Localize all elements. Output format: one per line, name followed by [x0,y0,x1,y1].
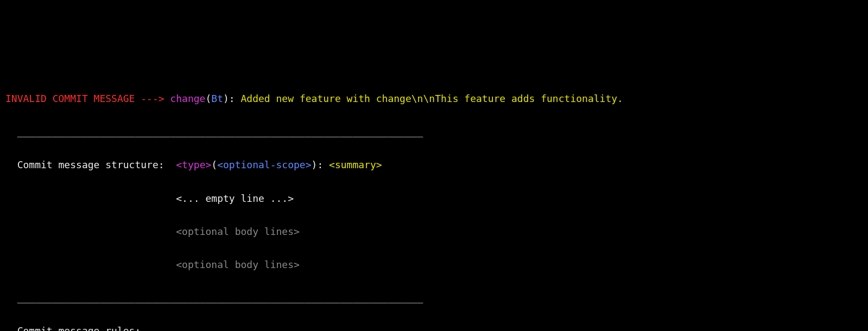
structure-scope: <optional-scope> [217,159,311,170]
structure-summary: <summary> [329,159,382,170]
structure-body-1: <optional body lines> [5,224,863,240]
rules-label: Commit message rules: [5,323,863,331]
commit-scope: Bt [211,93,223,104]
structure-rp: ): [312,159,330,170]
terminal-output: INVALID COMMIT MESSAGE ---> change(Bt): … [0,66,868,331]
invalid-prefix: INVALID COMMIT MESSAGE ---> [5,93,170,104]
structure-line: Commit message structure: <type>(<option… [5,157,863,174]
indent [5,226,176,237]
rparen-colon: ): [223,93,241,104]
commit-summary: Added new feature with change\n\nThis fe… [241,93,623,104]
commit-type: change [170,93,205,104]
hr-top: ________________________________________… [5,124,863,141]
structure-body-text: <optional body lines> [176,259,300,270]
structure-lp: ( [211,159,217,170]
structure-body-2: <optional body lines> [5,257,863,273]
hr-bottom: ________________________________________… [5,290,863,307]
structure-type: <type> [176,159,211,170]
structure-empty-text: <... empty line ...> [176,193,294,204]
invalid-commit-line: INVALID COMMIT MESSAGE ---> change(Bt): … [5,91,863,107]
structure-label: Commit message structure: [5,159,176,170]
structure-body-text: <optional body lines> [176,226,300,237]
lparen: ( [205,93,211,104]
indent [5,193,176,204]
indent [5,259,176,270]
structure-empty: <... empty line ...> [5,190,863,207]
